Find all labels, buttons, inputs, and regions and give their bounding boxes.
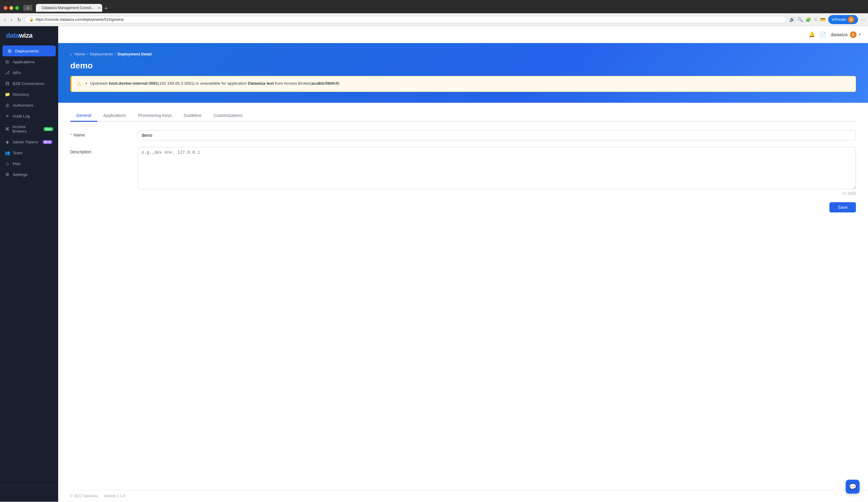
breadcrumb-home[interactable]: Home — [75, 52, 85, 56]
sidebar-item-directory[interactable]: 📁 Directory — [0, 89, 58, 100]
tab-provisioning-keys[interactable]: Provisioning Keys — [132, 110, 177, 122]
address-bar[interactable]: 🔒 https://console.datawiza.com/deploymen… — [25, 16, 787, 23]
breadcrumb-current: Deployment Detail — [117, 52, 152, 56]
footer-version: Version 2.1.4 — [104, 494, 125, 498]
active-browser-tab[interactable]: Datawiza Management Consol... ✕ — [36, 4, 102, 12]
admin-tokens-icon: ◈ — [5, 139, 10, 144]
sidebar-item-team[interactable]: 👥 Team — [0, 147, 58, 158]
sidebar-item-audit-log[interactable]: ≡ Audit Log — [0, 111, 58, 122]
chat-icon: 💬 — [849, 483, 857, 490]
tab-manager-icon[interactable]: ⊞ — [23, 5, 32, 11]
audit-log-icon: ≡ — [5, 114, 10, 118]
sidebar-item-label: Access Brokers — [12, 124, 39, 134]
notification-icon[interactable]: 🔔 — [809, 31, 815, 38]
directory-icon: 📁 — [5, 92, 10, 97]
extensions-icon[interactable]: 🧩 — [806, 17, 812, 22]
user-menu[interactable]: datawiza D ▾ — [831, 31, 861, 38]
breadcrumb-sep-2: / — [114, 52, 116, 56]
toolbar-right: 🔊 🔍 🧩 ☆ 💳 InPrivate D ⋯ — [789, 15, 865, 24]
top-header: 🔔 📄 datawiza D ▾ — [58, 26, 868, 43]
tab-general[interactable]: General — [70, 110, 97, 122]
alert-banner: ⚠ Upstream host.docker.internal:3001(192… — [70, 76, 856, 92]
menu-icon[interactable]: ⋯ — [860, 17, 865, 22]
user-avatar-small: D — [848, 16, 855, 23]
save-button[interactable]: Save — [829, 202, 856, 212]
tab-close-icon[interactable]: ✕ — [98, 6, 100, 10]
new-tab-button[interactable]: + — [102, 6, 110, 12]
sidebar-item-settings[interactable]: ⚙ Settings — [0, 169, 58, 180]
sidebar-footer: ‹ — [0, 486, 58, 502]
deployments-icon: ⊞ — [7, 49, 12, 53]
b2b-icon: ⛓ — [5, 81, 10, 86]
minimize-button[interactable] — [9, 6, 13, 10]
sidebar-nav: ⊞ Deployments ⊟ Applications ⎇ IdPs ⛓ B2… — [0, 44, 58, 486]
sidebar-item-access-brokers[interactable]: ⌘ Access Brokers New — [0, 122, 58, 136]
tabs-bar: General Applications Provisioning Keys G… — [70, 110, 856, 122]
read-aloud-icon[interactable]: 🔊 — [789, 17, 795, 22]
inprivate-label: InPrivate — [832, 18, 846, 22]
app-footer: © 2022 Datawiza Version 2.1.4 — [58, 490, 868, 502]
url-text: https://console.datawiza.com/deployments… — [35, 18, 124, 22]
logo: datawiza — [0, 26, 58, 44]
sidebar-item-label: Admin Tokens — [13, 140, 38, 144]
page-title: demo — [70, 61, 856, 71]
sidebar-item-plan[interactable]: ◇ Plan — [0, 158, 58, 169]
description-textarea[interactable] — [138, 147, 856, 189]
main-content: 🔔 📄 datawiza D ▾ ‹ Home / Deployments / … — [58, 26, 868, 502]
sidebar-collapse-button[interactable]: ‹ — [0, 489, 58, 497]
tab-guideline[interactable]: Guideline — [178, 110, 208, 122]
breadcrumb-deployments[interactable]: Deployments — [90, 52, 113, 56]
breadcrumb-back-icon[interactable]: ‹ — [70, 52, 72, 57]
name-input[interactable] — [138, 130, 856, 140]
user-menu-chevron: ▾ — [859, 33, 861, 36]
plan-icon: ◇ — [5, 161, 10, 166]
favorites-icon[interactable]: ☆ — [814, 17, 818, 22]
sidebar-item-b2b-connections[interactable]: ⛓ B2B Connections — [0, 78, 58, 89]
sidebar-item-authorizers[interactable]: ◎ Authorizers — [0, 100, 58, 111]
reload-button[interactable]: ↻ — [16, 16, 22, 23]
sidebar-item-label: Team — [13, 151, 23, 155]
breadcrumb-sep-1: / — [87, 52, 88, 56]
sidebar-item-label: Applications — [13, 60, 35, 64]
alert-message: Upstream host.docker.internal:3001(192.1… — [85, 81, 340, 86]
access-brokers-badge: New — [43, 127, 53, 131]
browser-toolbar: ‹ › ↻ 🔒 https://console.datawiza.com/dep… — [0, 13, 868, 26]
sidebar-item-idps[interactable]: ⎇ IdPs — [0, 67, 58, 78]
description-input-col: 0 / 1024 — [138, 147, 856, 196]
collapse-icon: ‹ — [53, 491, 54, 495]
alert-warning-icon: ⚠ — [77, 81, 82, 87]
authorizers-icon: ◎ — [5, 103, 10, 107]
sidebar-item-applications[interactable]: ⊟ Applications — [0, 56, 58, 67]
maximize-button[interactable] — [15, 6, 19, 10]
description-label: Description — [70, 147, 131, 154]
sidebar-item-label: Authorizers — [13, 103, 33, 107]
search-icon[interactable]: 🔍 — [797, 17, 803, 22]
header-username: datawiza — [831, 32, 847, 37]
access-brokers-icon: ⌘ — [5, 127, 9, 132]
sidebar-item-label: B2B Connections — [13, 81, 44, 86]
sidebar: datawiza ⊞ Deployments ⊟ Applications ⎇ … — [0, 26, 58, 502]
sidebar-item-admin-tokens[interactable]: ◈ Admin Tokens Beta — [0, 136, 58, 147]
sidebar-item-label: Settings — [13, 172, 28, 177]
idps-icon: ⎇ — [5, 70, 10, 75]
document-icon[interactable]: 📄 — [820, 31, 826, 38]
forward-button[interactable]: › — [9, 16, 13, 23]
wallet-icon[interactable]: 💳 — [820, 17, 826, 22]
chat-widget[interactable]: 💬 — [846, 480, 860, 493]
description-form-row: Description 0 / 1024 — [70, 147, 856, 196]
back-button[interactable]: ‹ — [3, 16, 7, 23]
close-button[interactable] — [3, 6, 8, 10]
sidebar-item-label: Deployments — [15, 49, 39, 53]
user-avatar: D — [850, 31, 857, 38]
sidebar-item-label: Directory — [13, 92, 29, 97]
admin-tokens-badge: Beta — [42, 140, 53, 144]
tab-title: Datawiza Management Consol... — [42, 6, 94, 10]
sidebar-item-label: Audit Log — [13, 114, 30, 118]
tab-applications[interactable]: Applications — [97, 110, 132, 122]
button-row: Save — [70, 202, 856, 212]
inprivate-button[interactable]: InPrivate D — [828, 15, 858, 24]
tab-customizations[interactable]: Customizations — [208, 110, 249, 122]
browser-chrome: ⊞ Datawiza Management Consol... ✕ + — [0, 0, 868, 13]
app-container: datawiza ⊞ Deployments ⊟ Applications ⎇ … — [0, 26, 868, 502]
sidebar-item-deployments[interactable]: ⊞ Deployments — [2, 45, 56, 56]
